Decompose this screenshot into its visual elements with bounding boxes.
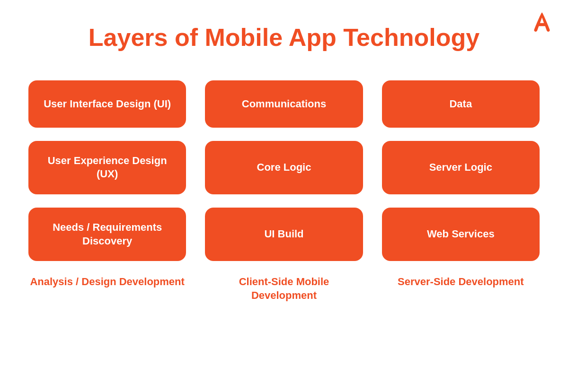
footer-labels: Analysis / Design Development Client-Sid… xyxy=(28,275,540,302)
card-ux-design: User Experience Design (UX) xyxy=(28,141,186,194)
footer-label-analysis: Analysis / Design Development xyxy=(28,275,186,302)
card-ui-design: User Interface Design (UI) xyxy=(28,80,186,128)
card-needs-discovery: Needs / Requirements Discovery xyxy=(28,208,186,261)
card-server-logic: Server Logic xyxy=(382,141,540,194)
card-core-logic-text: Core Logic xyxy=(257,161,311,174)
page-title: Layers of Mobile App Technology xyxy=(28,24,540,52)
cards-grid: User Interface Design (UI) Communication… xyxy=(28,80,540,261)
card-ui-design-text: User Interface Design (UI) xyxy=(44,97,171,111)
card-ux-design-text: User Experience Design (UX) xyxy=(38,154,177,181)
page-container: Layers of Mobile App Technology User Int… xyxy=(0,0,568,392)
footer-label-server-side: Server-Side Development xyxy=(382,275,540,302)
card-web-services: Web Services xyxy=(382,208,540,261)
logo xyxy=(530,10,554,34)
footer-label-client-side: Client-Side Mobile Development xyxy=(205,275,363,302)
card-core-logic: Core Logic xyxy=(205,141,363,194)
card-ui-build: UI Build xyxy=(205,208,363,261)
card-data: Data xyxy=(382,80,540,128)
card-server-logic-text: Server Logic xyxy=(429,161,492,174)
card-needs-discovery-text: Needs / Requirements Discovery xyxy=(38,221,177,248)
card-communications: Communications xyxy=(205,80,363,128)
card-communications-text: Communications xyxy=(242,97,326,111)
card-data-text: Data xyxy=(449,97,472,111)
card-web-services-text: Web Services xyxy=(427,227,495,241)
card-ui-build-text: UI Build xyxy=(264,227,303,241)
